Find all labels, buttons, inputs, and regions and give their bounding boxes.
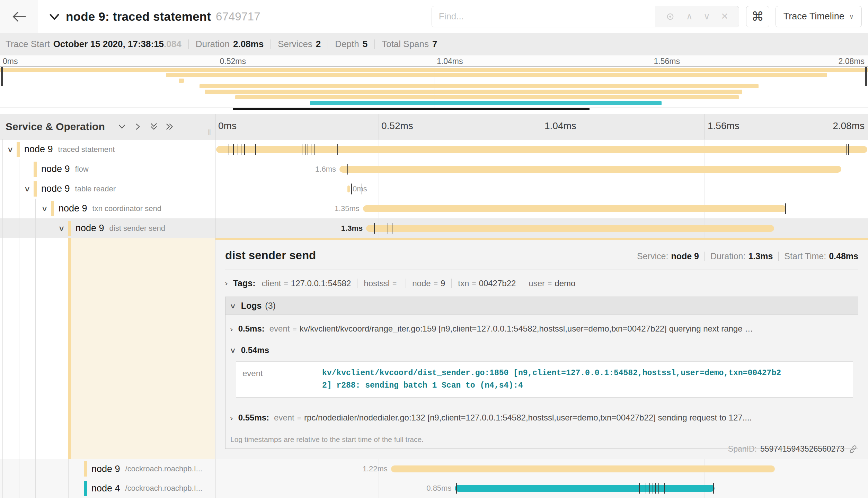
span-duration-bar[interactable] [363, 205, 787, 212]
span-duration-bar[interactable] [366, 225, 774, 232]
span-duration-label: 1.35ms [335, 204, 360, 213]
span-detail-row: dist sender send Service: node 9 Duratio… [0, 238, 868, 459]
tag-value: 9 [441, 279, 445, 288]
find-prev-icon[interactable]: ∧ [686, 11, 693, 22]
tag-key: user [529, 279, 545, 288]
span-rows-top: ∨node 9traced statementnode 9flow1.6ms∨n… [0, 139, 868, 238]
duration-label: Duration: [710, 251, 745, 261]
trace-timeline-page: node 9: traced statement 6749717 ∧ ∨ ✕ ⌘… [0, 0, 868, 498]
span-timeline-cell[interactable] [215, 139, 868, 159]
axis-tick-label: 0.52ms [381, 120, 413, 132]
log-entry[interactable]: › 0.55ms: event = rpc/nodedialer/nodedia… [225, 404, 858, 431]
tag-item[interactable]: txn=00427b22 [452, 279, 522, 288]
log-marker-tick [362, 183, 362, 194]
log-entry[interactable]: › 0.5ms: event = kv/kvclient/kvcoord/ran… [225, 315, 858, 342]
span-timeline-cell[interactable]: 1.22ms [215, 459, 868, 479]
service-name: node 9 [59, 203, 87, 214]
span-row[interactable]: ∨node 9txn coordinator send1.35ms [0, 199, 868, 218]
duration-label: Duration [196, 39, 230, 49]
logs-container: ∨ Logs (3) › 0.5ms: event = kv/kvclient/… [225, 297, 858, 449]
span-timeline-cell[interactable]: 1.6ms [215, 159, 868, 179]
timeline-scrollbar[interactable] [233, 108, 590, 110]
divider [271, 39, 271, 49]
expand-all-icon[interactable] [165, 122, 174, 131]
log-marker-tick [233, 144, 234, 155]
start-time-label: Start Time: [784, 251, 826, 261]
span-name-cell[interactable]: node 9flow [0, 159, 215, 179]
duration-value: 2.08ms [233, 39, 264, 49]
view-selector-button[interactable]: Trace Timeline ∨ [776, 6, 862, 27]
log-marker-tick [646, 483, 646, 494]
axis-tick-label: 2.08ms [833, 120, 865, 132]
total-spans-value: 7 [432, 39, 437, 49]
span-row[interactable]: ∨node 9dist sender send1.3ms [0, 218, 868, 238]
span-name-cell[interactable]: ∨node 9dist sender send [0, 218, 215, 238]
logs-label: Logs [241, 301, 262, 311]
logs-header[interactable]: ∨ Logs (3) [225, 297, 858, 315]
minimap-axis: 0ms 0.52ms 1.04ms 1.56ms 2.08ms [0, 55, 868, 66]
span-duration-bar[interactable] [455, 485, 715, 492]
tag-key: client [262, 279, 281, 288]
find-input[interactable] [432, 6, 655, 27]
minimap-span-bar [200, 84, 759, 88]
log-time: 0.5ms: [238, 324, 265, 334]
span-row[interactable]: ∨node 9table reader0ms [0, 179, 868, 199]
log-marker-tick [664, 483, 665, 494]
chevron-down-icon[interactable]: ∨ [41, 205, 48, 213]
span-timeline-cell[interactable]: 0ms [215, 179, 868, 199]
services-value: 2 [316, 39, 321, 49]
axis-tick-label: 1.04ms [544, 120, 576, 132]
span-name-cell[interactable]: node 9/cockroach.roachpb.I... [0, 459, 215, 479]
span-timeline-cell[interactable]: 1.3ms [215, 218, 868, 238]
tag-item[interactable]: node=9 [406, 279, 452, 288]
log-entry-header[interactable]: ∨ 0.54ms [225, 342, 858, 357]
column-resize-handle[interactable]: ‖ [208, 128, 211, 137]
back-button[interactable] [0, 0, 38, 33]
tags-row[interactable]: › Tags: client=127.0.0.1:54582hostssl=no… [225, 278, 858, 288]
span-name-cell[interactable]: ∨node 9txn coordinator send [0, 199, 215, 218]
total-spans-label: Total Spans [382, 39, 429, 49]
span-row[interactable]: node 4/cockroach.roachpb.I...0.85ms [0, 479, 868, 498]
keyboard-shortcuts-button[interactable]: ⌘ [746, 6, 769, 27]
chevron-down-icon[interactable]: ∨ [7, 145, 14, 154]
log-marker-tick [846, 144, 847, 155]
span-duration-bar[interactable] [347, 185, 350, 192]
minimap-span-bar [166, 73, 827, 77]
minimap-left-handle[interactable] [1, 67, 3, 86]
collapse-one-icon[interactable] [117, 122, 126, 131]
span-row[interactable]: node 9flow1.6ms [0, 159, 868, 179]
span-name-cell[interactable]: node 4/cockroach.roachpb.I... [0, 479, 215, 498]
duration-value: 1.3ms [748, 251, 773, 261]
logs-count: (3) [265, 301, 276, 311]
collapse-all-icon[interactable] [149, 122, 158, 131]
find-next-icon[interactable]: ∨ [703, 11, 710, 22]
span-duration-bar[interactable] [339, 166, 841, 173]
tag-item[interactable]: hostssl= [357, 279, 406, 288]
tag-key: hostssl [364, 279, 390, 288]
span-name-cell[interactable]: ∨node 9table reader [0, 179, 215, 199]
span-duration-bar[interactable] [391, 465, 775, 472]
span-row[interactable]: ∨node 9traced statement [0, 139, 868, 159]
span-timeline-cell[interactable]: 0.85ms [215, 479, 868, 498]
service-name: node 9 [41, 164, 70, 174]
minimap-canvas[interactable] [0, 66, 868, 108]
span-name-cell[interactable]: ∨node 9traced statement [0, 139, 215, 159]
expand-one-icon[interactable] [133, 122, 142, 131]
span-row[interactable]: node 9/cockroach.roachpb.I...1.22ms [0, 459, 868, 479]
chevron-down-icon[interactable]: ∨ [58, 224, 65, 233]
operation-name: /cockroach.roachpb.I... [125, 484, 203, 493]
tag-item[interactable]: user=demo [522, 279, 582, 288]
tag-item[interactable]: client=127.0.0.1:54582 [262, 279, 358, 288]
log-marker-tick [639, 483, 640, 494]
minimap-right-handle[interactable] [865, 67, 867, 86]
chevron-down-icon[interactable]: ∨ [24, 185, 30, 193]
services-label: Services [278, 39, 312, 49]
timeline-axis: 0ms 0.52ms 1.04ms 1.56ms 2.08ms [215, 114, 868, 139]
chevron-down-icon[interactable] [48, 11, 60, 22]
link-icon[interactable] [849, 445, 858, 454]
span-timeline-cell[interactable]: 1.35ms [215, 199, 868, 218]
locate-icon[interactable] [665, 12, 675, 21]
log-time: 0.54ms [241, 345, 269, 355]
clear-find-icon[interactable]: ✕ [721, 11, 728, 22]
service-operation-title: Service & Operation [6, 121, 105, 133]
